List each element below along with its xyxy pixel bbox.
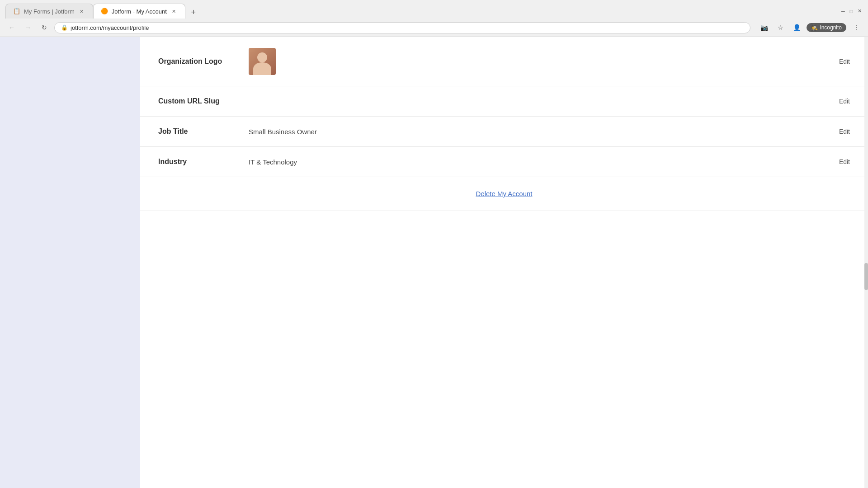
- profile-button[interactable]: 👤: [790, 21, 803, 34]
- tab-favicon-myaccount: 🟠: [101, 8, 108, 15]
- tab-title-myaccount: Jotform - My Account: [112, 8, 167, 15]
- industry-value: IT & Technology: [249, 158, 839, 166]
- forward-button[interactable]: →: [22, 21, 34, 34]
- org-logo-edit-button[interactable]: Edit: [839, 58, 850, 65]
- org-logo-value: [249, 48, 839, 75]
- scrollbar[interactable]: [864, 37, 868, 488]
- scrollbar-thumb[interactable]: [864, 263, 868, 290]
- back-button[interactable]: ←: [5, 21, 18, 34]
- job-title-value: Small Business Owner: [249, 128, 839, 136]
- camera-button[interactable]: 📷: [758, 21, 770, 34]
- browser-tab-myaccount[interactable]: 🟠 Jotform - My Account ✕: [93, 4, 185, 19]
- maximize-button[interactable]: □: [848, 8, 854, 14]
- lock-icon: 🔒: [61, 24, 68, 31]
- browser-nav-bar: ← → ↻ 🔒 jotform.com/myaccount/profile 📷 …: [0, 19, 868, 37]
- job-title-edit-button[interactable]: Edit: [839, 128, 850, 135]
- window-controls: ─ □ ✕: [840, 8, 863, 14]
- minimize-button[interactable]: ─: [840, 8, 846, 14]
- menu-button[interactable]: ⋮: [850, 21, 863, 34]
- industry-edit-button[interactable]: Edit: [839, 158, 850, 165]
- incognito-badge: 🕵 Incognito: [807, 23, 846, 32]
- org-logo-row: Organization Logo Edit: [140, 37, 868, 86]
- tab-favicon-myforms: 📋: [13, 8, 20, 15]
- browser-title-bar: 📋 My Forms | Jotform ✕ 🟠 Jotform - My Ac…: [0, 0, 868, 19]
- job-title-row: Job Title Small Business Owner Edit: [140, 117, 868, 147]
- custom-url-row: Custom URL Slug Edit: [140, 86, 868, 117]
- incognito-icon: 🕵: [811, 24, 818, 31]
- star-button[interactable]: ☆: [774, 21, 787, 34]
- industry-row: Industry IT & Technology Edit: [140, 147, 868, 177]
- custom-url-edit-button[interactable]: Edit: [839, 98, 850, 105]
- browser-actions: 📷 ☆ 👤 🕵 Incognito ⋮: [758, 21, 863, 34]
- address-bar-url: jotform.com/myaccount/profile: [71, 24, 744, 31]
- close-button[interactable]: ✕: [856, 8, 863, 14]
- org-logo-label: Organization Logo: [158, 57, 249, 66]
- tab-close-myaccount[interactable]: ✕: [170, 8, 178, 15]
- refresh-button[interactable]: ↻: [38, 21, 51, 34]
- industry-label: Industry: [158, 158, 249, 166]
- browser-tabs: 📋 My Forms | Jotform ✕ 🟠 Jotform - My Ac…: [5, 4, 200, 19]
- delete-account-link[interactable]: Delete My Account: [476, 190, 532, 197]
- sidebar: [0, 37, 140, 488]
- new-tab-button[interactable]: +: [187, 6, 200, 19]
- delete-account-row: Delete My Account: [140, 177, 868, 211]
- org-logo-image: [249, 48, 276, 75]
- main-content: Organization Logo Edit Custom URL Slug E…: [140, 37, 868, 488]
- custom-url-label: Custom URL Slug: [158, 97, 249, 105]
- tab-close-myforms[interactable]: ✕: [78, 8, 85, 15]
- browser-tab-myforms[interactable]: 📋 My Forms | Jotform ✕: [5, 4, 93, 19]
- page-wrapper: Organization Logo Edit Custom URL Slug E…: [0, 37, 868, 488]
- tab-title-myforms: My Forms | Jotform: [24, 8, 75, 15]
- incognito-label: Incognito: [820, 24, 842, 31]
- address-bar[interactable]: 🔒 jotform.com/myaccount/profile: [54, 22, 750, 33]
- browser-chrome: 📋 My Forms | Jotform ✕ 🟠 Jotform - My Ac…: [0, 0, 868, 37]
- job-title-label: Job Title: [158, 127, 249, 136]
